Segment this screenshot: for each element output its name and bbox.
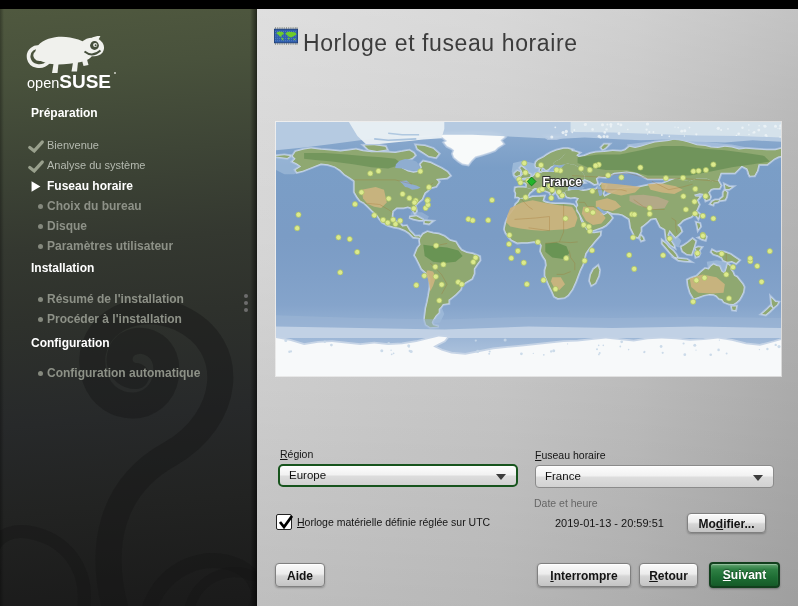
svg-text:France: France bbox=[543, 175, 583, 189]
svg-text:openSUSE: openSUSE bbox=[27, 71, 111, 92]
